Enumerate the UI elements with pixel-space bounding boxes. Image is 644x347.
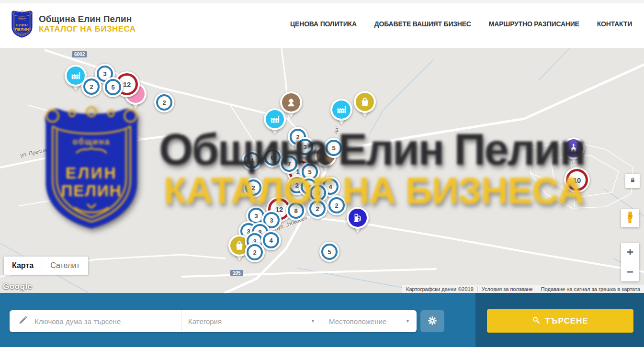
google-logo[interactable]: Google	[3, 282, 33, 291]
keyword-search-input[interactable]	[34, 317, 155, 326]
magnifier-icon	[532, 316, 540, 326]
map-cluster-marker[interactable]: 4	[261, 230, 281, 250]
church-icon	[565, 139, 583, 157]
pin-head	[264, 108, 286, 130]
attribution-terms-link[interactable]: Условия за ползване	[477, 286, 537, 292]
cluster-count: 8	[316, 190, 319, 197]
attribution-report-error-link[interactable]: Подаване на сигнал за грешка в картата	[537, 286, 644, 292]
pencil-icon	[18, 315, 28, 327]
location-dropdown[interactable]: Местоположение ▼	[322, 310, 417, 332]
cluster-count: 2	[162, 99, 166, 106]
main-nav: ЦЕНОВА ПОЛИТИКА ДОБАВЕТЕ ВАШИЯТ БИЗНЕС М…	[290, 0, 632, 48]
map-cluster-marker[interactable]: 10	[564, 167, 590, 193]
search-submit-button[interactable]: ТЪРСЕНЕ	[487, 309, 633, 333]
cluster-count: 8	[294, 207, 297, 214]
cluster-count: 5	[111, 84, 114, 91]
brand-title: Община Елин Пелин	[39, 14, 136, 24]
cluster-count: 5	[332, 145, 335, 152]
svg-text:ПЕЛИН: ПЕЛИН	[15, 27, 29, 32]
cluster-count: 2	[90, 83, 93, 90]
municipality-crest-icon: община ЕЛИН ПЕЛИН	[11, 10, 34, 38]
cluster-count: 4	[269, 237, 272, 244]
cluster-count: 2	[316, 205, 319, 213]
factory-icon	[332, 101, 350, 119]
map-pin-fuel-marker[interactable]	[347, 207, 369, 236]
cluster-count: 2	[251, 184, 255, 191]
site-header: община ЕЛИН ПЕЛИН Община Елин Пелин КАТА…	[0, 0, 644, 48]
nav-pricing-policy[interactable]: ЦЕНОВА ПОЛИТИКА	[290, 20, 357, 28]
chevron-down-icon: ▼	[311, 319, 315, 324]
cluster-count: 5	[328, 248, 331, 256]
map-pin-church-marker[interactable]	[563, 137, 585, 167]
nav-route-schedule[interactable]: МАРШРУТНО РАЗПИСАНИЕ	[489, 20, 579, 28]
cluster-count: 3	[303, 144, 306, 151]
pin-head	[330, 99, 352, 121]
lock-icon	[629, 177, 636, 186]
zoom-out-button[interactable]: −	[621, 262, 639, 281]
map-cluster-marker[interactable]: 5	[324, 138, 344, 158]
map-cluster-marker[interactable]: 2	[81, 77, 102, 97]
cluster-count: 2	[253, 249, 256, 256]
category-placeholder: Категория	[188, 317, 222, 325]
map-pin-bag-marker[interactable]	[354, 91, 376, 121]
road-number-sign: 105	[230, 270, 243, 276]
street-view-pegman[interactable]	[621, 209, 639, 227]
map-cluster-marker[interactable]: 2	[243, 178, 263, 198]
advanced-search-gear-button[interactable]	[420, 310, 444, 332]
bag-icon	[356, 93, 374, 111]
map-type-map-button[interactable]: Карта	[4, 257, 42, 275]
map-cluster-marker[interactable]: 7	[279, 154, 299, 174]
location-placeholder: Местоположение	[329, 317, 386, 325]
map-pin-factory-marker[interactable]	[264, 108, 286, 138]
window-top-strip	[0, 0, 644, 3]
map-type-satellite-button[interactable]: Сателит	[42, 257, 88, 275]
road-number-sign: 6002	[72, 51, 87, 57]
chevron-down-icon: ▼	[406, 319, 410, 324]
lock-button[interactable]	[625, 174, 640, 188]
zoom-control: + −	[621, 243, 639, 281]
map-cluster-marker[interactable]: 2	[307, 199, 328, 219]
nav-add-your-business[interactable]: ДОБАВЕТЕ ВАШИЯТ БИЗНЕС	[374, 20, 471, 28]
pin-head	[354, 91, 376, 113]
map-canvas[interactable]: 6002105 ул. Преславбул. „Новоселци“ 32 1…	[0, 48, 644, 293]
map-pin-factory-marker[interactable]	[330, 99, 352, 128]
cluster-count: 7	[287, 160, 291, 168]
map-type-switcher: Карта Сателит	[4, 257, 88, 275]
gear-icon	[427, 315, 438, 327]
brand-subtitle: КАТАЛОГ НА БИЗНЕСА	[39, 24, 136, 34]
search-button-label: ТЪРСЕНЕ	[545, 316, 588, 326]
map-cluster-marker[interactable]: 3	[295, 137, 315, 157]
map-attribution: Картографски данни ©2019 Условия за полз…	[402, 285, 644, 293]
map-cluster-marker[interactable]: 2	[154, 92, 174, 112]
brand-logo[interactable]: община ЕЛИН ПЕЛИН Община Елин Пелин КАТА…	[11, 10, 136, 38]
pegman-icon	[624, 211, 636, 225]
search-bar: Категория ▼ Местоположение ▼	[10, 310, 417, 332]
cluster-count: 3	[270, 217, 273, 224]
cluster-count: 12	[123, 80, 131, 89]
attribution-copyright: Картографски данни ©2019	[402, 286, 477, 292]
svg-text:ЕЛИН: ЕЛИН	[16, 23, 28, 27]
map-cluster-marker[interactable]: 2	[327, 195, 347, 215]
map-cluster-marker[interactable]: 2	[245, 242, 265, 262]
pin-head	[563, 137, 585, 159]
cluster-count: 10	[573, 176, 581, 184]
factory-icon	[266, 110, 284, 128]
map-cluster-marker[interactable]: 5	[103, 77, 123, 97]
cluster-count: 3	[103, 70, 106, 78]
map-cluster-marker[interactable]: 8	[286, 201, 306, 221]
category-dropdown[interactable]: Категория ▼	[181, 310, 322, 332]
cluster-count: 3	[254, 213, 258, 220]
cluster-count: 4	[250, 157, 253, 164]
cluster-count: 2	[295, 182, 298, 189]
svg-text:община: община	[18, 17, 26, 19]
nav-contacts[interactable]: КОНТАКТИ	[597, 20, 632, 28]
fuel-icon	[349, 209, 367, 227]
pin-head	[347, 207, 369, 229]
keyword-field-wrap	[10, 310, 181, 332]
map-cluster-marker[interactable]: 5	[319, 242, 339, 262]
zoom-in-button[interactable]: +	[621, 243, 639, 262]
cluster-count: 6	[271, 154, 274, 161]
cluster-count: 2	[335, 202, 338, 209]
search-section: Категория ▼ Местоположение ▼ ТЪРСЕНЕ	[0, 293, 644, 347]
map-cluster-marker[interactable]: 4	[242, 150, 262, 170]
